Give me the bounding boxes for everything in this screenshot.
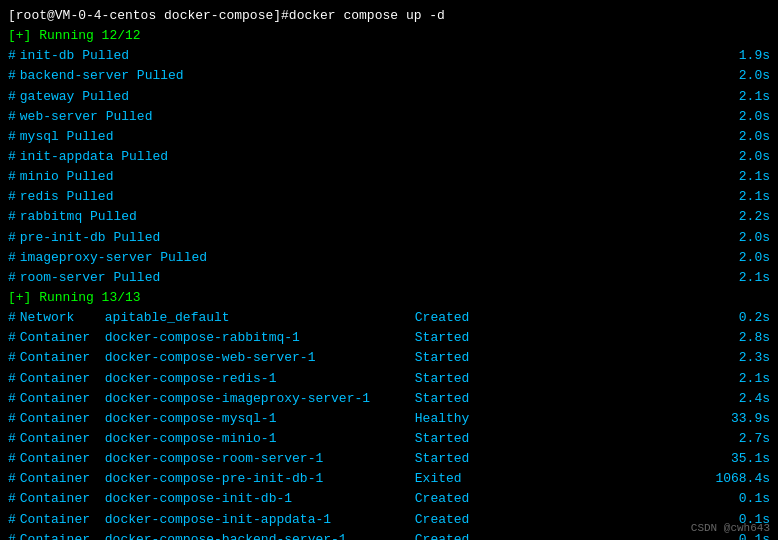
item-name: rabbitmq Pulled: [20, 207, 720, 227]
item-name: docker-compose-minio-1: [105, 429, 415, 449]
item-name: docker-compose-init-db-1: [105, 489, 415, 509]
hash-symbol: #: [8, 328, 16, 348]
status-item: #Containerdocker-compose-minio-1Started2…: [8, 429, 770, 449]
hash-symbol: #: [8, 449, 16, 469]
item-time: 2.0s: [720, 228, 770, 248]
item-name: minio Pulled: [20, 167, 720, 187]
hash-symbol: #: [8, 167, 16, 187]
item-type: Container: [20, 530, 105, 540]
item-type: Container: [20, 510, 105, 530]
item-name: mysql Pulled: [20, 127, 720, 147]
item-status: Started: [415, 389, 495, 409]
status-item: #Containerdocker-compose-init-appdata-1C…: [8, 510, 770, 530]
hash-symbol: #: [8, 268, 16, 288]
hash-symbol: #: [8, 348, 16, 368]
pulled-item: #imageproxy-server Pulled2.0s: [8, 248, 770, 268]
pulled-item: #room-server Pulled2.1s: [8, 268, 770, 288]
item-name: room-server Pulled: [20, 268, 720, 288]
item-type: Container: [20, 469, 105, 489]
pulled-item: #rabbitmq Pulled2.2s: [8, 207, 770, 227]
item-type: Container: [20, 429, 105, 449]
pulled-item: #minio Pulled2.1s: [8, 167, 770, 187]
pulled-item: #gateway Pulled2.1s: [8, 87, 770, 107]
item-time: 2.7s: [495, 429, 770, 449]
terminal: [root@VM-0-4-centos docker-compose]# doc…: [0, 0, 778, 540]
pulled-item: #pre-init-db Pulled2.0s: [8, 228, 770, 248]
item-name: docker-compose-redis-1: [105, 369, 415, 389]
item-name: docker-compose-mysql-1: [105, 409, 415, 429]
hash-symbol: #: [8, 308, 16, 328]
hash-symbol: #: [8, 147, 16, 167]
item-status: Created: [415, 308, 495, 328]
item-time: 2.4s: [495, 389, 770, 409]
item-name: docker-compose-init-appdata-1: [105, 510, 415, 530]
item-time: 2.3s: [495, 348, 770, 368]
command-line: [root@VM-0-4-centos docker-compose]# doc…: [8, 6, 770, 26]
item-name: docker-compose-web-server-1: [105, 348, 415, 368]
pulled-list: #init-db Pulled1.9s#backend-server Pulle…: [8, 46, 770, 288]
watermark: CSDN @cwh643: [691, 522, 770, 534]
hash-symbol: #: [8, 429, 16, 449]
hash-symbol: #: [8, 107, 16, 127]
pulled-item: #web-server Pulled2.0s: [8, 107, 770, 127]
status-item: #Containerdocker-compose-mysql-1Healthy3…: [8, 409, 770, 429]
item-time: 2.0s: [720, 248, 770, 268]
item-time: 1068.4s: [495, 469, 770, 489]
item-status: Healthy: [415, 409, 495, 429]
item-time: 2.1s: [720, 268, 770, 288]
hash-symbol: #: [8, 469, 16, 489]
item-time: 2.8s: [495, 328, 770, 348]
hash-symbol: #: [8, 187, 16, 207]
item-time: 2.1s: [495, 369, 770, 389]
item-name: init-appdata Pulled: [20, 147, 720, 167]
item-type: Container: [20, 348, 105, 368]
hash-symbol: #: [8, 510, 16, 530]
item-time: 1.9s: [720, 46, 770, 66]
item-status: Started: [415, 449, 495, 469]
status-item: #Containerdocker-compose-redis-1Started2…: [8, 369, 770, 389]
item-name: apitable_default: [105, 308, 415, 328]
item-time: 2.0s: [720, 66, 770, 86]
pulled-item: #init-db Pulled1.9s: [8, 46, 770, 66]
item-name: init-db Pulled: [20, 46, 720, 66]
item-name: gateway Pulled: [20, 87, 720, 107]
item-name: imageproxy-server Pulled: [20, 248, 720, 268]
running-line-2: [+] Running 13/13: [8, 288, 770, 308]
hash-symbol: #: [8, 46, 16, 66]
item-time: 2.1s: [720, 87, 770, 107]
hash-symbol: #: [8, 127, 16, 147]
item-time: 2.0s: [720, 127, 770, 147]
hash-symbol: #: [8, 228, 16, 248]
item-status: Created: [415, 530, 495, 540]
item-time: 2.0s: [720, 147, 770, 167]
item-status: Started: [415, 369, 495, 389]
pulled-item: #init-appdata Pulled2.0s: [8, 147, 770, 167]
item-status: Started: [415, 429, 495, 449]
command: docker compose up -d: [289, 6, 445, 26]
item-name: docker-compose-imageproxy-server-1: [105, 389, 415, 409]
prompt: [root@VM-0-4-centos docker-compose]#: [8, 6, 289, 26]
pulled-item: #redis Pulled2.1s: [8, 187, 770, 207]
hash-symbol: #: [8, 248, 16, 268]
item-time: 0.2s: [495, 308, 770, 328]
hash-symbol: #: [8, 489, 16, 509]
item-time: 35.1s: [495, 449, 770, 469]
status-item: #Containerdocker-compose-web-server-1Sta…: [8, 348, 770, 368]
item-type: Network: [20, 308, 105, 328]
item-type: Container: [20, 369, 105, 389]
item-status: Exited: [415, 469, 495, 489]
hash-symbol: #: [8, 369, 16, 389]
item-name: docker-compose-rabbitmq-1: [105, 328, 415, 348]
hash-symbol: #: [8, 409, 16, 429]
item-status: Started: [415, 328, 495, 348]
pulled-item: #mysql Pulled2.0s: [8, 127, 770, 147]
running-status-1: [+] Running 12/12: [8, 26, 141, 46]
status-item: #Containerdocker-compose-init-db-1Create…: [8, 489, 770, 509]
status-list: #Networkapitable_defaultCreated0.2s#Cont…: [8, 308, 770, 540]
hash-symbol: #: [8, 530, 16, 540]
item-time: 2.1s: [720, 187, 770, 207]
item-type: Container: [20, 449, 105, 469]
pulled-item: #backend-server Pulled2.0s: [8, 66, 770, 86]
item-status: Created: [415, 489, 495, 509]
hash-symbol: #: [8, 389, 16, 409]
